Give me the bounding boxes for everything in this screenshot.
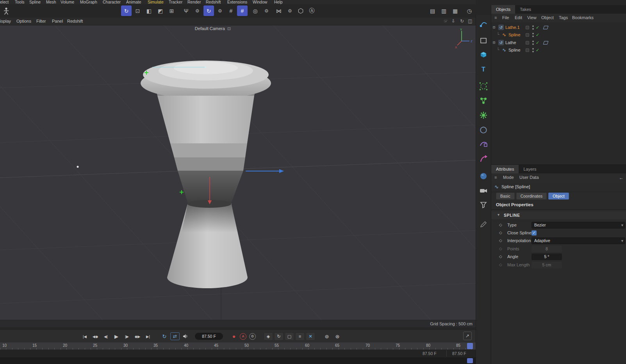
- section-tab-basic[interactable]: Basic: [496, 193, 515, 200]
- hamburger-icon[interactable]: ≡: [494, 175, 497, 180]
- visibility-dots[interactable]: [532, 31, 534, 39]
- visibility-dots[interactable]: [532, 24, 534, 31]
- spline-point-waist[interactable]: [180, 190, 184, 194]
- visibility-dots[interactable]: [532, 46, 534, 54]
- snapshot-a-button[interactable]: ⊚: [322, 332, 332, 341]
- menu-item-tools[interactable]: Tools: [15, 0, 25, 4]
- preview-range-button[interactable]: ⇄: [170, 332, 180, 340]
- menu-item-volume[interactable]: Volume: [61, 0, 74, 4]
- object-label[interactable]: Spline: [508, 48, 521, 52]
- environment-tool-button[interactable]: [477, 170, 490, 182]
- camera-object-button[interactable]: [477, 184, 490, 197]
- soft-body-button[interactable]: ◧: [144, 5, 154, 16]
- vp-menu-filter[interactable]: Filter: [36, 19, 46, 23]
- prev-frame-button[interactable]: ◀|: [101, 332, 111, 341]
- tree-row-spline2[interactable]: └ ∿ Spline ✓: [491, 46, 626, 54]
- menu-item-select[interactable]: elect: [0, 0, 9, 4]
- target-settings-button[interactable]: ⚙: [261, 5, 272, 16]
- object-label[interactable]: Lathe: [505, 40, 516, 45]
- om-menu-file[interactable]: File: [502, 15, 509, 20]
- record-scale-toggle[interactable]: ▢: [285, 332, 294, 341]
- mograph-nodes-button[interactable]: [477, 95, 490, 107]
- object-label[interactable]: Lathe.1: [505, 25, 520, 30]
- play-button[interactable]: ▶: [112, 332, 121, 341]
- cloner-tool-button[interactable]: [477, 80, 490, 93]
- expand-timeline-button[interactable]: ↗: [463, 332, 472, 340]
- pan-hand-icon[interactable]: ☞: [444, 18, 448, 24]
- deformer-tool-button[interactable]: [477, 137, 490, 150]
- simulation-settings-button[interactable]: ⚙: [215, 5, 225, 16]
- menu-item-tracker[interactable]: Tracker: [169, 0, 182, 4]
- history-back-icon[interactable]: ←: [619, 175, 624, 180]
- menu-item-animate[interactable]: Animate: [126, 0, 141, 4]
- layer-box[interactable]: [526, 48, 529, 52]
- goto-start-button[interactable]: |◀: [80, 332, 89, 341]
- tab-layers[interactable]: Layers: [519, 165, 541, 173]
- split-tool-button[interactable]: ⋈: [273, 5, 284, 16]
- split-settings-button[interactable]: ⚙: [285, 5, 295, 16]
- vp-menu-panel[interactable]: Panel: [52, 19, 63, 23]
- viewport-3d[interactable]: Default Camera⊡ Y Z X Grid Spacing : 500…: [0, 25, 476, 327]
- stray-point[interactable]: [77, 166, 79, 168]
- effector-tool-button[interactable]: [477, 109, 490, 121]
- field-tool-button[interactable]: ◯: [477, 123, 490, 136]
- menu-item-window[interactable]: Window: [253, 0, 267, 4]
- keyframe-settings-button[interactable]: ⚙: [249, 333, 256, 340]
- vp-menu-redshift[interactable]: Redshift: [67, 19, 83, 23]
- camera-menu-icon[interactable]: ⊡: [227, 26, 231, 31]
- keyframe-diamond-icon[interactable]: ◇: [499, 254, 502, 259]
- grid-button[interactable]: #: [226, 5, 236, 16]
- character-tool-icon[interactable]: [1, 5, 11, 16]
- cube-primitive-button[interactable]: [477, 49, 490, 61]
- tangent-handle[interactable]: [205, 66, 206, 68]
- enabled-check-icon[interactable]: ✓: [536, 32, 539, 37]
- tab-takes[interactable]: Takes: [515, 5, 536, 14]
- tree-row-lathe[interactable]: ⊟ ↺ Lathe ✓: [491, 39, 626, 46]
- power-slider-thumb[interactable]: [467, 358, 473, 363]
- snapshot-b-button[interactable]: ⊛: [333, 332, 342, 341]
- section-tab-coordinates[interactable]: Coordinates: [516, 193, 547, 200]
- viewport-scene[interactable]: [0, 25, 476, 327]
- z-axis-handle[interactable]: [246, 169, 284, 173]
- lathe-object-mesh[interactable]: [141, 61, 271, 288]
- bend-deformer-button[interactable]: [477, 152, 490, 165]
- connector-button[interactable]: ⊞: [166, 5, 177, 16]
- toggle-views-icon[interactable]: ◫: [468, 18, 472, 24]
- keyframe-diamond-icon[interactable]: ◇: [499, 223, 502, 227]
- enabled-check-icon[interactable]: ✓: [536, 40, 539, 45]
- camera-label[interactable]: Default Camera⊡: [178, 26, 248, 31]
- menu-item-help[interactable]: Help: [274, 0, 283, 4]
- target-tool-button[interactable]: ◎: [250, 5, 260, 16]
- collider-body-button[interactable]: ◩: [155, 5, 166, 16]
- keyframe-diamond-icon[interactable]: ◇: [499, 238, 502, 243]
- tab-objects[interactable]: Objects: [491, 5, 515, 14]
- attr-menu-mode[interactable]: Mode: [503, 175, 514, 180]
- tab-attributes[interactable]: Attributes: [491, 165, 519, 173]
- om-menu-object[interactable]: Object: [541, 15, 554, 20]
- record-parameter-toggle[interactable]: ≡: [295, 332, 305, 341]
- section-tab-object[interactable]: Object: [548, 193, 569, 200]
- vp-menu-options[interactable]: Options: [16, 19, 31, 23]
- type-dropdown[interactable]: Bezier ▾: [531, 222, 625, 228]
- record-pla-toggle[interactable]: ✕: [306, 332, 315, 341]
- layer-box[interactable]: [526, 26, 529, 29]
- expander-icon[interactable]: ⊟: [493, 25, 495, 29]
- range-start-value[interactable]: 87.50 F: [423, 351, 437, 356]
- record-keyframe-button[interactable]: ●: [230, 332, 238, 341]
- physical-sky-button[interactable]: [477, 199, 490, 211]
- render-settings-button[interactable]: ◷: [464, 5, 474, 16]
- keyframe-diamond-icon[interactable]: ◇: [499, 230, 502, 235]
- phong-tag-icon[interactable]: [543, 41, 549, 45]
- autokey-button[interactable]: A: [240, 333, 246, 340]
- enabled-check-icon[interactable]: ✓: [536, 25, 539, 30]
- interpolation-dropdown[interactable]: Adaptive ▾: [531, 237, 625, 244]
- hexagon-tool-button[interactable]: [295, 5, 306, 16]
- current-frame-field[interactable]: 87.50 F: [195, 333, 223, 340]
- rectangle-spline-tool-button[interactable]: [477, 34, 490, 47]
- next-frame-button[interactable]: |▶: [122, 332, 132, 341]
- angle-input[interactable]: 5 °: [531, 253, 562, 260]
- tree-row-lathe1[interactable]: ⊟ ↺ Lathe.1 ✓: [491, 24, 626, 31]
- record-position-toggle[interactable]: ◈: [264, 332, 273, 341]
- menu-item-extensions[interactable]: Extensions: [227, 0, 247, 4]
- layer-box[interactable]: [526, 41, 529, 45]
